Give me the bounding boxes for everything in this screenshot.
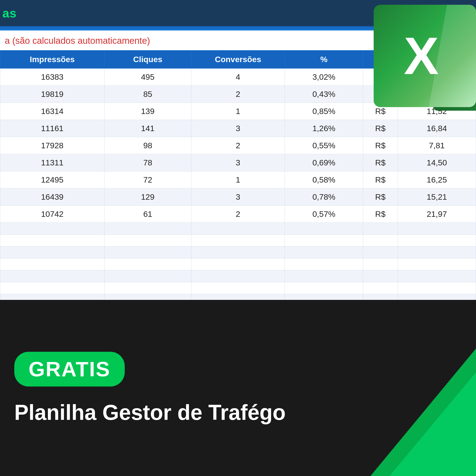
cell-rs: R$ [363, 171, 398, 188]
cell-cliques: 495 [104, 68, 191, 86]
excel-logo-letter: X [404, 30, 439, 82]
table-row: 113117830,69%R$14,50 [0, 154, 476, 171]
cell-conversoes: 1 [191, 171, 285, 188]
cell-value: 7,81 [398, 137, 476, 154]
cell-empty [398, 223, 476, 235]
cell-empty [191, 282, 285, 294]
cell-value: 14,50 [398, 154, 476, 171]
table-row: 1116114131,26%R$16,84 [0, 120, 476, 137]
table-row: 107426120,57%R$21,97 [0, 206, 476, 223]
table-row: 1643912930,78%R$15,21 [0, 188, 476, 206]
cell-value: 16,84 [398, 120, 476, 137]
cell-empty [0, 258, 104, 270]
cell-empty [363, 282, 398, 294]
cell-percent: 0,85% [285, 103, 363, 120]
cell-cliques: 72 [104, 171, 191, 188]
cell-percent: 0,43% [285, 86, 363, 103]
cell-empty [398, 294, 476, 300]
cell-empty [363, 270, 398, 282]
cell-empty [363, 294, 398, 300]
cell-impressoes: 11311 [0, 154, 104, 171]
cell-percent: 0,58% [285, 171, 363, 188]
cell-empty [191, 270, 285, 282]
cell-conversoes: 3 [191, 120, 285, 137]
cell-empty [285, 258, 363, 270]
cell-impressoes: 16383 [0, 68, 104, 86]
gratis-badge: GRATIS [14, 352, 125, 387]
cell-rs: R$ [363, 137, 398, 154]
cell-conversoes: 4 [191, 68, 285, 86]
excel-topbar: as X [0, 0, 476, 26]
cell-empty [398, 270, 476, 282]
bottom-section: GRATIS Planilha Gestor de Trafégo [0, 300, 476, 476]
table-row: 124957210,58%R$16,25 [0, 171, 476, 188]
cell-impressoes: 12495 [0, 171, 104, 188]
cell-percent: 0,78% [285, 188, 363, 206]
excel-logo-overlay: X [374, 5, 476, 107]
cell-impressoes: 10742 [0, 206, 104, 223]
cell-empty [191, 258, 285, 270]
cell-impressoes: 17928 [0, 137, 104, 154]
cell-cliques: 139 [104, 103, 191, 120]
excel-screenshot-area: as X a (são calculados automaticamente) [0, 0, 476, 300]
cell-empty [191, 223, 285, 235]
cell-conversoes: 1 [191, 103, 285, 120]
cell-empty [191, 294, 285, 300]
cell-rs: R$ [363, 120, 398, 137]
cell-empty [285, 294, 363, 300]
cell-percent: 0,57% [285, 206, 363, 223]
cell-percent: 0,55% [285, 137, 363, 154]
cell-empty [363, 235, 398, 247]
cell-empty [363, 258, 398, 270]
cell-empty [104, 294, 191, 300]
table-row-empty [0, 282, 476, 294]
cell-empty [104, 270, 191, 282]
subtitle-text: a (são calculados automaticamente) [5, 36, 150, 46]
col-header-cliques: Cliques [104, 51, 191, 68]
cell-conversoes: 3 [191, 188, 285, 206]
table-row-empty [0, 247, 476, 258]
cell-value: 16,25 [398, 171, 476, 188]
cell-impressoes: 11161 [0, 120, 104, 137]
cell-empty [285, 247, 363, 258]
cell-impressoes: 16439 [0, 188, 104, 206]
cell-rs: R$ [363, 206, 398, 223]
cell-cliques: 141 [104, 120, 191, 137]
cell-empty [104, 223, 191, 235]
cell-empty [191, 235, 285, 247]
table-row-empty [0, 223, 476, 235]
cell-empty [104, 258, 191, 270]
cell-conversoes: 2 [191, 206, 285, 223]
cell-empty [104, 247, 191, 258]
cell-impressoes: 19819 [0, 86, 104, 103]
cell-conversoes: 2 [191, 86, 285, 103]
cell-percent: 3,02% [285, 68, 363, 86]
cell-empty [285, 270, 363, 282]
cell-impressoes: 16314 [0, 103, 104, 120]
cell-empty [285, 223, 363, 235]
cell-empty [0, 270, 104, 282]
cell-empty [104, 235, 191, 247]
table-row: 179289820,55%R$7,81 [0, 137, 476, 154]
cell-empty [398, 247, 476, 258]
cell-empty [0, 235, 104, 247]
cell-cliques: 61 [104, 206, 191, 223]
cell-rs: R$ [363, 188, 398, 206]
gratis-label: GRATIS [29, 357, 110, 381]
table-row-empty [0, 235, 476, 247]
cell-empty [0, 247, 104, 258]
cell-empty [363, 223, 398, 235]
cell-cliques: 78 [104, 154, 191, 171]
cell-empty [398, 235, 476, 247]
cell-empty [398, 258, 476, 270]
topbar-partial-text: as [0, 6, 17, 20]
cell-empty [285, 282, 363, 294]
cell-empty [191, 247, 285, 258]
cell-empty [0, 294, 104, 300]
cell-empty [363, 247, 398, 258]
cell-rs: R$ [363, 154, 398, 171]
cell-value: 21,97 [398, 206, 476, 223]
cell-value: 15,21 [398, 188, 476, 206]
col-header-conversoes: Conversões [191, 51, 285, 68]
cell-conversoes: 2 [191, 137, 285, 154]
